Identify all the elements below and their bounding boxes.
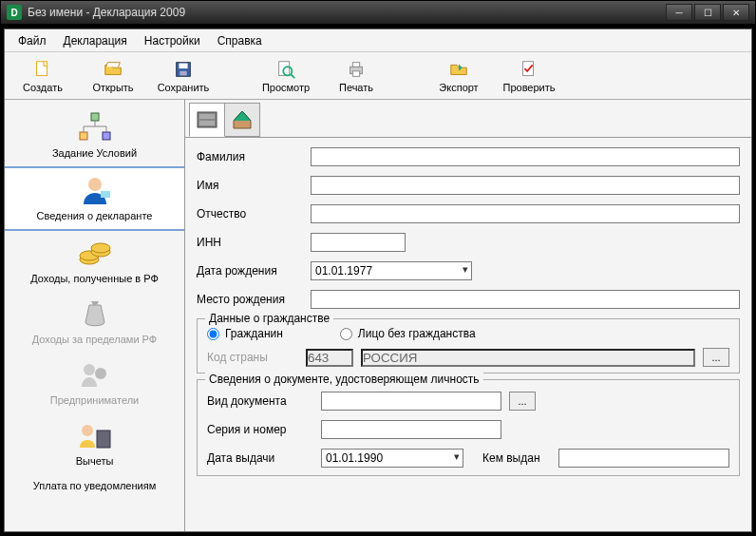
open-button[interactable]: Открыть	[85, 55, 142, 97]
dob-label: Дата рождения	[197, 264, 311, 278]
check-icon	[518, 59, 540, 80]
tab-cabinet[interactable]	[189, 103, 225, 137]
minimize-button[interactable]: ─	[666, 4, 692, 21]
tab-house[interactable]	[224, 103, 260, 137]
maximize-button[interactable]: ☐	[694, 4, 721, 21]
tree-icon	[76, 111, 114, 144]
menu-declaration[interactable]: Декларация	[56, 31, 135, 50]
dob-input[interactable]	[311, 261, 472, 280]
issuer-input[interactable]	[558, 449, 729, 468]
svg-rect-13	[103, 132, 110, 140]
person-icon	[76, 174, 114, 206]
citizenship-group: Данные о гражданстве Гражданин Лицо без …	[197, 318, 740, 373]
house-icon	[230, 107, 255, 132]
country-code-label: Код страны	[207, 351, 298, 364]
sidebar-item-notifications[interactable]: Уплата по уведомлениям	[5, 474, 184, 499]
svg-point-18	[88, 178, 102, 191]
series-label: Серия и номер	[207, 423, 321, 436]
create-button[interactable]: Создать	[14, 55, 71, 97]
title-text: Без имени - Декларация 2009	[28, 6, 666, 19]
pob-input[interactable]	[311, 290, 740, 309]
svg-rect-19	[101, 191, 110, 198]
doctype-pick-button[interactable]: ...	[509, 392, 536, 411]
form-body: Фамилия Имя Отчество ИНН Дата рождения М…	[185, 138, 751, 531]
patronymic-input[interactable]	[311, 204, 740, 223]
svg-rect-9	[352, 70, 359, 76]
svg-rect-29	[199, 114, 215, 119]
sidebar: Задание Условий Сведения о декларанте До…	[5, 100, 185, 531]
toolbar: Создать Открыть Сохранить Просмотр Печат…	[5, 52, 751, 100]
sidebar-item-entrepreneurs[interactable]: Предприниматели	[5, 353, 184, 413]
surname-label: Фамилия	[197, 150, 311, 163]
sidebar-item-income-abroad[interactable]: Доходы за пределами РФ	[5, 292, 184, 353]
sidebar-item-declarant[interactable]: Сведения о декларанте	[5, 166, 184, 231]
svg-rect-3	[180, 70, 186, 75]
svg-rect-30	[199, 121, 215, 125]
country-pick-button[interactable]: ...	[703, 348, 729, 367]
sidebar-item-conditions[interactable]: Задание Условий	[5, 105, 184, 166]
sidebar-item-income-rf[interactable]: Доходы, полученные в РФ	[5, 231, 184, 292]
name-input[interactable]	[311, 176, 740, 195]
sidebar-item-deductions[interactable]: Вычеты	[5, 413, 184, 474]
svg-point-25	[95, 368, 106, 379]
cabinet-icon	[195, 107, 219, 132]
deductions-icon	[76, 419, 114, 451]
check-button[interactable]: Проверить	[501, 55, 558, 97]
svg-point-27	[82, 425, 93, 436]
coins-icon	[76, 237, 114, 269]
save-button[interactable]: Сохранить	[155, 55, 212, 97]
folder-open-icon	[102, 59, 124, 80]
moneybag-icon	[76, 297, 114, 330]
titlebar: D Без имени - Декларация 2009 ─ ☐ ✕	[0, 0, 756, 25]
inn-input[interactable]	[311, 233, 406, 252]
print-button[interactable]: Печать	[328, 55, 385, 97]
preview-button[interactable]: Просмотр	[257, 55, 314, 97]
svg-point-24	[84, 364, 95, 375]
series-input[interactable]	[321, 420, 501, 439]
new-file-icon	[31, 59, 54, 80]
svg-rect-2	[179, 63, 187, 68]
menubar: Файл Декларация Настройки Справка	[5, 29, 751, 52]
iddoc-group: Сведения о документе, удостоверяющем лич…	[197, 379, 740, 476]
tabbar	[185, 100, 751, 138]
app-icon: D	[7, 5, 22, 20]
country-code-input	[306, 349, 353, 367]
doctype-input[interactable]	[321, 392, 501, 411]
country-name-input	[361, 349, 695, 367]
printer-icon	[345, 59, 368, 80]
svg-rect-11	[91, 113, 99, 121]
export-icon	[447, 59, 470, 80]
menu-settings[interactable]: Настройки	[137, 31, 208, 50]
radio-citizen[interactable]: Гражданин	[207, 327, 283, 340]
close-button[interactable]: ✕	[723, 4, 749, 21]
doctype-label: Вид документа	[207, 394, 321, 408]
name-label: Имя	[197, 179, 311, 192]
svg-rect-26	[97, 431, 110, 448]
svg-point-23	[91, 243, 110, 253]
issuer-label: Кем выдан	[482, 451, 558, 465]
svg-rect-8	[352, 62, 359, 67]
patronymic-label: Отчество	[197, 207, 311, 220]
issue-date-label: Дата выдачи	[207, 451, 321, 465]
pob-label: Место рождения	[197, 293, 311, 306]
export-button[interactable]: Экспорт	[430, 55, 487, 97]
svg-rect-10	[523, 61, 534, 75]
floppy-icon	[172, 59, 195, 80]
issue-date-input[interactable]	[321, 449, 463, 468]
entrepreneurs-icon	[76, 358, 114, 391]
radio-stateless[interactable]: Лицо без гражданства	[340, 327, 476, 340]
menu-help[interactable]: Справка	[210, 31, 270, 50]
magnifier-icon	[274, 59, 297, 80]
inn-label: ИНН	[197, 236, 311, 249]
menu-file[interactable]: Файл	[10, 31, 54, 50]
surname-input[interactable]	[311, 147, 740, 166]
svg-rect-12	[80, 132, 87, 140]
svg-line-6	[292, 74, 295, 78]
